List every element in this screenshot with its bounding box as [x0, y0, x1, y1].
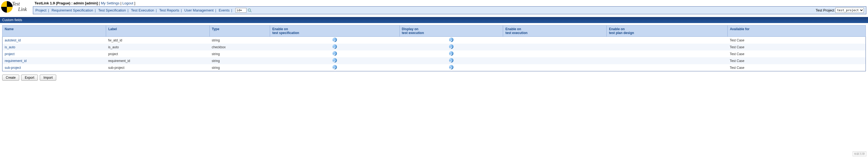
th-enable-spec[interactable]: Enable on test specification: [270, 26, 399, 37]
cell-enable-plan: [607, 51, 727, 57]
check-icon: [449, 38, 454, 42]
table-row: sub-projectsub-projectstringTest Case: [2, 64, 866, 71]
cf-name-link[interactable]: is_auto: [5, 45, 16, 49]
test-project-label: Test Project: [816, 8, 834, 12]
cell-name: autotest_id: [2, 37, 106, 44]
cell-display-exec: [399, 64, 503, 71]
cell-enable-spec: [270, 57, 399, 64]
section-title: Custom fields: [2, 18, 22, 22]
cell-type: string: [210, 37, 270, 44]
cell-enable-spec: [270, 64, 399, 71]
cf-name-link[interactable]: sub-project: [5, 66, 21, 70]
check-icon: [333, 38, 337, 42]
nav-test-exec[interactable]: Test Execution: [131, 8, 154, 12]
cell-name: sub-project: [2, 64, 106, 71]
export-button[interactable]: Export: [21, 74, 38, 81]
table-row: is_autois_autocheckboxTest Case: [2, 43, 866, 51]
cell-display-exec: [399, 37, 503, 44]
logo-text-bottom: Link: [18, 7, 27, 12]
nav-links: Project| Requirement Specification| Test…: [35, 8, 234, 12]
svg-point-0: [248, 9, 251, 11]
check-icon: [449, 51, 454, 56]
nav-user-mgmt[interactable]: User Management: [184, 8, 214, 12]
cell-display-exec: [399, 51, 503, 57]
bracket-open: [: [99, 1, 101, 5]
table-row: autotest_idfw_atd_idstringTest Case: [2, 37, 866, 44]
nav-req-spec[interactable]: Requirement Specification: [52, 8, 93, 12]
cell-enable-plan: [607, 57, 727, 64]
check-icon: [449, 58, 454, 63]
nav-bar: Project| Requirement Specification| Test…: [33, 6, 866, 14]
th-name[interactable]: Name: [2, 26, 106, 37]
table-header-row: Name Label Type Enable on test specifica…: [2, 26, 866, 37]
cf-name-link[interactable]: autotest_id: [5, 38, 21, 42]
logo[interactable]: Test Link: [0, 1, 30, 13]
top-bar: Test Link TestLink 1.9 (Prague) : admin …: [0, 0, 868, 14]
test-project-select[interactable]: test_project: [835, 8, 864, 13]
search-input[interactable]: [236, 8, 246, 12]
cell-available-for: Test Case: [727, 64, 866, 71]
th-label[interactable]: Label: [106, 26, 210, 37]
cell-enable-plan: [607, 64, 727, 71]
cell-enable-spec: [270, 51, 399, 57]
cf-name-link[interactable]: requirement_id: [5, 59, 27, 63]
check-icon: [333, 44, 337, 49]
check-icon: [449, 65, 454, 69]
svg-line-1: [250, 11, 251, 12]
cf-name-link[interactable]: project: [5, 52, 14, 56]
cell-available-for: Test Case: [727, 57, 866, 64]
th-available-for[interactable]: Available for: [727, 26, 866, 37]
nav-test-spec[interactable]: Test Specification: [98, 8, 126, 12]
th-enable-plan[interactable]: Enable on test plan design: [607, 26, 727, 37]
cell-label: sub-project: [106, 64, 210, 71]
logout-link[interactable]: Logout: [122, 1, 133, 5]
create-button[interactable]: Create: [2, 74, 19, 81]
cell-label: fw_atd_id: [106, 37, 210, 44]
logo-icon: [1, 1, 12, 12]
app-title: TestLink 1.9 (Prague) : admin [admin]: [35, 1, 98, 5]
logo-text-top: Test: [12, 1, 20, 7]
cell-type: string: [210, 64, 270, 71]
content-area: Name Label Type Enable on test specifica…: [0, 23, 868, 83]
cell-available-for: Test Case: [727, 43, 866, 51]
cell-display-exec: [399, 43, 503, 51]
cell-label: project: [106, 51, 210, 57]
cell-label: requirement_id: [106, 57, 210, 64]
bracket-close: ]: [134, 1, 135, 5]
th-enable-exec[interactable]: Enable on test execution: [503, 26, 607, 37]
import-button[interactable]: Import: [40, 74, 56, 81]
cell-available-for: Test Case: [727, 51, 866, 57]
cell-type: string: [210, 57, 270, 64]
top-content: TestLink 1.9 (Prague) : admin [admin] [ …: [33, 1, 868, 14]
cell-enable-exec: [503, 51, 607, 57]
cell-enable-exec: [503, 37, 607, 44]
cell-enable-exec: [503, 57, 607, 64]
search-icon[interactable]: [248, 8, 252, 12]
check-icon: [449, 44, 454, 49]
cell-name: requirement_id: [2, 57, 106, 64]
cell-enable-exec: [503, 43, 607, 51]
custom-fields-table: Name Label Type Enable on test specifica…: [2, 25, 866, 71]
table-row: requirement_idrequirement_idstringTest C…: [2, 57, 866, 64]
cell-type: string: [210, 51, 270, 57]
cell-display-exec: [399, 57, 503, 64]
table-row: projectprojectstringTest Case: [2, 51, 866, 57]
cell-enable-plan: [607, 37, 727, 44]
cell-enable-exec: [503, 64, 607, 71]
cell-enable-spec: [270, 43, 399, 51]
th-display-exec[interactable]: Display on test execution: [399, 26, 503, 37]
cell-name: is_auto: [2, 43, 106, 51]
check-icon: [333, 65, 337, 69]
cell-label: is_auto: [106, 43, 210, 51]
th-type[interactable]: Type: [210, 26, 270, 37]
check-icon: [333, 58, 337, 63]
title-line: TestLink 1.9 (Prague) : admin [admin] [ …: [33, 1, 868, 6]
nav-events[interactable]: Events: [219, 8, 230, 12]
cell-available-for: Test Case: [727, 37, 866, 44]
cell-name: project: [2, 51, 106, 57]
my-settings-link[interactable]: My Settings: [101, 1, 120, 5]
nav-test-reports[interactable]: Test Reports: [159, 8, 179, 12]
cell-type: checkbox: [210, 43, 270, 51]
cell-enable-spec: [270, 37, 399, 44]
nav-project[interactable]: Project: [35, 8, 46, 12]
